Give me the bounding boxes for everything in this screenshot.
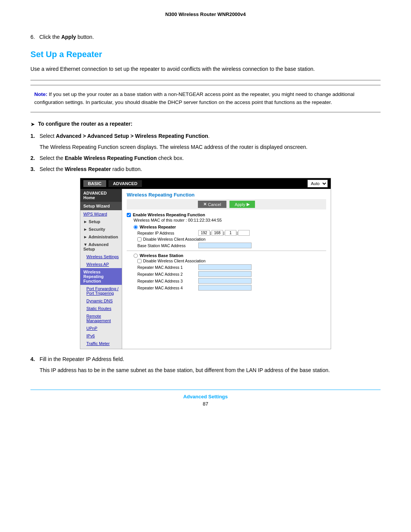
repeater-mac3-input[interactable] (198, 278, 252, 284)
ip-sep-1: | (210, 231, 211, 235)
step4-list: 4. Fill in the Repeater IP Address field… (30, 355, 381, 363)
wireless-repeater-row: Wireless Repeater (134, 225, 326, 229)
sidebar-wireless-ap[interactable]: Wireless AP (80, 260, 122, 268)
steps-list-2: 2. Select the Enable Wireless Repeating … (30, 154, 381, 173)
disable2-label-text: Disable Wireless Client Association (143, 259, 206, 263)
step2-suffix: check box. (157, 155, 184, 161)
disable-client-assoc-label: Disable Wireless Client Association (137, 237, 206, 241)
repeater-mac1-label: Repeater MAC Address 1 (137, 265, 198, 270)
sidebar-ipv6[interactable]: IPv6 (80, 332, 122, 340)
basic-button[interactable]: BASIC (83, 180, 106, 187)
sidebar-wireless-repeating[interactable]: Wireless Repeating Function (80, 268, 122, 285)
step4-sub: This IP address has to be in the same su… (40, 366, 381, 374)
ip-field-4[interactable] (238, 230, 250, 236)
ip-sep-3: | (237, 231, 238, 235)
apply-button[interactable]: Apply ▶ (229, 201, 255, 208)
disable-client-assoc-row: Disable Wireless Client Association (137, 237, 326, 241)
auto-select[interactable]: Auto (307, 180, 328, 187)
step1-item: 1. Select Advanced > Advanced Setup > Wi… (30, 132, 381, 140)
repeater-mac1-input[interactable] (198, 264, 252, 270)
ip-field-3[interactable] (225, 230, 236, 236)
step4-item: 4. Fill in the Repeater IP Address field… (30, 355, 381, 363)
sidebar-setup[interactable]: ► Setup (80, 218, 122, 225)
top-divider (30, 80, 381, 80)
repeater-mac2-input[interactable] (198, 271, 252, 277)
configure-label-text: To configure the router as a repeater: (38, 121, 132, 127)
step3-suffix: radio button. (111, 166, 142, 172)
form-section: Enable Wireless Repeating Function Wirel… (127, 212, 326, 291)
disable-client-assoc2-checkbox[interactable] (137, 259, 142, 263)
steps-list: 1. Select Advanced > Advanced Setup > Wi… (30, 132, 381, 140)
section-intro: Use a wired Ethernet connection to set u… (30, 65, 381, 73)
router-sidebar: ADVANCED Home Setup Wizard WPS Wizard ► … (80, 189, 122, 349)
step1-num: 1. (30, 132, 40, 140)
step3-content: Select the Wireless Repeater radio butto… (40, 165, 381, 173)
main-title: Wireless Repeating Function (127, 192, 326, 198)
sidebar-static-routes[interactable]: Static Routes (80, 305, 122, 312)
mac-row: Wireless MAC of this router : 00:11:22:3… (134, 218, 326, 222)
step2-content: Select the Enable Wireless Repeating Fun… (40, 154, 381, 162)
cancel-button[interactable]: ✕ Cancel (198, 201, 226, 208)
sidebar-port-forwarding[interactable]: Port Forwarding / Port Triggering (80, 285, 122, 297)
ip-inputs: | | | (198, 230, 250, 236)
page-footer: Advanced Settings 87 (30, 390, 381, 407)
repeater-mac4-row: Repeater MAC Address 4 (137, 285, 326, 291)
sidebar-adv-home[interactable]: ADVANCED Home (80, 189, 122, 202)
ip-field-2[interactable] (212, 230, 223, 236)
step6-text: Click the Apply button. (37, 34, 94, 40)
base-station-mac-row: Base Station MAC Address (137, 243, 326, 248)
repeater-mac2-row: Repeater MAC Address 2 (137, 271, 326, 277)
disable-client-assoc-checkbox[interactable] (137, 237, 142, 241)
wireless-base-radio[interactable] (134, 254, 138, 258)
step1-sub: The Wireless Repeating Function screen d… (40, 143, 381, 151)
disable-client-assoc2-label: Disable Wireless Client Association (137, 259, 206, 263)
repeater-mac4-label: Repeater MAC Address 4 (137, 286, 198, 290)
sidebar-security[interactable]: ► Security (80, 225, 122, 233)
wireless-base-row: Wireless Base Station (134, 253, 326, 258)
sidebar-remote-management[interactable]: Remote Management (80, 312, 122, 324)
x-icon: ✕ (203, 202, 207, 207)
section-title: Set Up a Repeater (30, 50, 381, 59)
configure-heading: ➤ To configure the router as a repeater: (30, 120, 381, 128)
sidebar-traffic-meter[interactable]: Traffic Meter (80, 340, 122, 347)
sidebar-upnp[interactable]: UPnP (80, 324, 122, 332)
step2-item: 2. Select the Enable Wireless Repeating … (30, 154, 381, 162)
section-divider (127, 251, 326, 251)
note-text: If you set up the your router as a base … (34, 91, 354, 105)
step3-bold: Wireless Repeater (65, 166, 111, 172)
base-station-mac-input[interactable] (198, 243, 252, 248)
step6-num: 6. (30, 34, 35, 40)
cancel-label: Cancel (208, 202, 221, 207)
repeater-mac4-input[interactable] (198, 285, 252, 291)
sidebar-advanced-setup[interactable]: ▼ Advanced Setup (80, 241, 122, 253)
router-topbar: BASIC ADVANCED Auto (80, 178, 331, 189)
advanced-button[interactable]: ADVANCED (108, 180, 142, 187)
step4-num: 4. (30, 355, 40, 363)
ip-field-1[interactable] (198, 230, 210, 236)
enable-checkbox[interactable] (127, 213, 131, 217)
enable-checkbox-row: Enable Wireless Repeating Function (127, 212, 326, 217)
enable-checkbox-label: Enable Wireless Repeating Function (133, 212, 205, 217)
sidebar-administration[interactable]: ► Administration (80, 233, 122, 241)
apply-arrow-icon: ▶ (247, 202, 250, 207)
sidebar-wireless-settings[interactable]: Wireless Settings (80, 253, 122, 260)
step6-bold: Apply (61, 34, 76, 40)
repeater-ip-row: Repeater IP Address | | | (137, 230, 326, 236)
page-title: N300 Wireless Router WNR2000v4 (165, 11, 246, 17)
wireless-repeater-label: Wireless Repeater (140, 225, 176, 229)
wireless-repeater-radio[interactable] (134, 225, 138, 229)
repeater-mac1-row: Repeater MAC Address 1 (137, 264, 326, 270)
repeater-mac3-label: Repeater MAC Address 3 (137, 279, 198, 283)
sidebar-wps-wizard[interactable]: WPS Wizard (80, 210, 122, 218)
configure-label: To configure the router as a repeater: (38, 120, 132, 128)
footer-page-num: 87 (30, 401, 381, 407)
step2-bold: Enable Wireless Repeating Function (65, 155, 157, 161)
step2-num: 2. (30, 154, 40, 162)
step6-intro: 6. Click the Apply button. (30, 33, 381, 41)
instructions-section: ➤ To configure the router as a repeater:… (30, 120, 381, 173)
sidebar-dynamic-dns[interactable]: Dynamic DNS (80, 297, 122, 305)
apply-label: Apply (235, 202, 245, 207)
sidebar-setup-wizard[interactable]: Setup Wizard (80, 202, 122, 210)
step1-bold: Advanced > Advanced Setup > Wireless Rep… (56, 133, 208, 139)
repeater-mac3-row: Repeater MAC Address 3 (137, 278, 326, 284)
